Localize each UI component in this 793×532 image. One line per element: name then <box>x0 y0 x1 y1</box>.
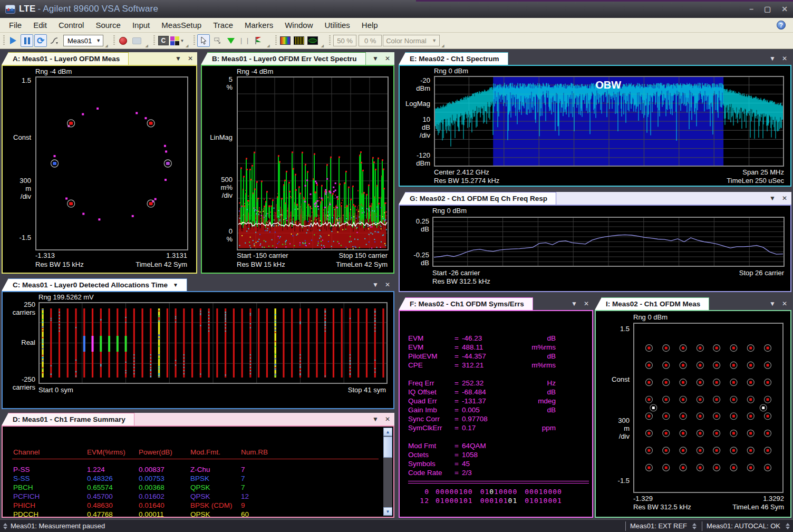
autocal-spinner-icon[interactable] <box>786 523 790 529</box>
help-icon[interactable]: ? <box>777 21 786 30</box>
panel-c-tab-caret-icon[interactable]: ▼ <box>173 282 178 288</box>
menu-item-window[interactable]: Window <box>279 18 318 32</box>
flag-marker-button[interactable] <box>252 34 265 47</box>
table-row-pcfich[interactable]: PCFICH0.457000.01602QPSK12 <box>13 492 378 500</box>
scroll-thumb[interactable] <box>383 437 392 458</box>
panel-d-collapse-button[interactable]: ▼ <box>372 416 379 422</box>
timelen-label: TimeLen 42 Sym <box>136 260 187 268</box>
panel-b-tab[interactable]: B: Meas01 - Layer0 OFDM Err Vect Spectru <box>201 52 366 65</box>
peak-search-button[interactable] <box>211 34 224 47</box>
menu-item-source[interactable]: Source <box>90 18 127 32</box>
panel-g-tab[interactable]: G: Meas02 - Ch1 OFDM Eq Ch Freq Resp <box>399 192 556 205</box>
readout-cell: 64QAM <box>462 442 515 451</box>
maximize-button[interactable]: ▢ <box>764 5 771 13</box>
table-row-p-ss[interactable]: P-SS1.2240.00837Z-Chu7 <box>13 466 378 473</box>
table-header-cell: Num.RB <box>241 448 378 456</box>
spectrum-plot[interactable]: OBW <box>434 76 784 167</box>
menu-item-utilities[interactable]: Utilities <box>319 18 356 32</box>
scroll-up-button[interactable]: ▲ <box>383 428 392 436</box>
menu-item-edit[interactable]: Edit <box>27 18 53 32</box>
panel-c-collapse-button[interactable]: ▼ <box>372 282 379 288</box>
readout-cell: mdeg <box>515 397 556 406</box>
spectrum-display-button[interactable] <box>293 34 305 47</box>
detected-allocations-plot[interactable] <box>38 302 388 384</box>
x-axis-left-value: -1.329 <box>633 495 653 502</box>
readout-cell: -46.23 <box>462 334 515 343</box>
layout-button[interactable]: ▼ <box>171 34 183 47</box>
range-label: Rng -4 dBm <box>237 67 273 75</box>
ext-ref-spinner-icon[interactable] <box>692 523 697 529</box>
menu-item-markers[interactable]: Markers <box>239 18 279 32</box>
table-cell: 60 <box>241 510 378 517</box>
panel-g-collapse-button[interactable]: ▼ <box>769 195 776 201</box>
resbw-label: Res BW 312.5 kHz <box>432 277 490 285</box>
overlap-percent-field[interactable]: 0 % <box>359 35 382 46</box>
menu-item-meassetup[interactable]: MeasSetup <box>156 18 207 32</box>
spectrogram-button[interactable] <box>279 34 292 47</box>
y-axis-bottom-label: -250 carriers <box>3 375 35 391</box>
panel-f-tab[interactable]: F: Meas02 - Ch1 OFDM Syms/Errs <box>399 297 533 310</box>
pause-button[interactable] <box>21 34 33 47</box>
table-cell: 0.48326 <box>87 475 139 482</box>
panel-d-tab[interactable]: D: Meas01 - Ch1 Frame Summary <box>2 413 134 425</box>
color-mode-select[interactable]: Color Normal▼ <box>383 35 440 46</box>
minimize-button[interactable]: – <box>749 5 753 13</box>
panel-i-collapse-button[interactable]: ▼ <box>769 301 776 307</box>
capture-button[interactable] <box>131 34 143 47</box>
scroll-down-button[interactable]: ▼ <box>383 507 392 516</box>
eye-diagram-button[interactable] <box>306 34 319 47</box>
qam64-constellation-plot[interactable] <box>633 323 784 493</box>
correction-button[interactable]: C <box>157 34 170 47</box>
record-button[interactable] <box>117 34 130 47</box>
panel-a-tab[interactable]: A: Meas01 - Layer0 OFDM Meas <box>2 52 129 65</box>
panel-b-close-button[interactable]: ✕ <box>385 55 390 62</box>
menu-item-control[interactable]: Control <box>53 18 90 32</box>
readout-row-evm: EVM=488.11m%rms <box>408 343 592 352</box>
panel-a-collapse-button[interactable]: ▼ <box>175 55 181 62</box>
y-axis-scale-label: 500 m% /div <box>202 176 233 199</box>
status-spinner-icon[interactable] <box>3 523 7 529</box>
menu-item-trace[interactable]: Trace <box>207 18 239 32</box>
table-row-pbch[interactable]: PBCH0.655740.00368QPSK7 <box>13 483 378 491</box>
panel-e-collapse-button[interactable]: ▼ <box>769 55 776 62</box>
panel-g-close-button[interactable]: ✕ <box>782 195 787 201</box>
panel-e-tab[interactable]: E: Meas02 - Ch1 Spectrum <box>399 52 508 65</box>
panel-c-close-button[interactable]: ✕ <box>385 282 390 288</box>
bit-row: 0000001000101000000010000 <box>408 488 592 497</box>
table-row-phich[interactable]: PHICH0.486300.01640BPSK (CDM)9 <box>13 501 378 509</box>
restart-button[interactable]: ⟳ <box>34 34 47 47</box>
menu-item-file[interactable]: File <box>3 18 27 32</box>
average-percent-field[interactable]: 50 % <box>333 35 356 46</box>
close-button[interactable]: ✕ <box>781 5 788 13</box>
panel-e-close-button[interactable]: ✕ <box>782 55 787 62</box>
panel-d-close-button[interactable]: ✕ <box>385 416 390 422</box>
panel-c-tab[interactable]: C: Meas01 - Layer0 Detected Allocations … <box>2 278 187 291</box>
play-button[interactable] <box>7 34 20 47</box>
readout-cell <box>515 442 556 451</box>
marker-min-button[interactable] <box>225 34 237 47</box>
measurement-select[interactable]: Meas01▼ <box>63 35 103 46</box>
band-markers-button[interactable]: ❘❘ <box>238 34 251 47</box>
constellation-plot[interactable] <box>35 76 188 250</box>
panel-i-tab[interactable]: I: Meas02 - Ch1 OFDM Meas <box>595 297 709 310</box>
trigger-icon[interactable] <box>48 34 61 47</box>
table-row-s-ss[interactable]: S-SS0.483260.00753BPSK7 <box>13 475 378 482</box>
readout-cell: Code Rate <box>408 469 454 478</box>
readout-cell: Symbols <box>408 460 454 469</box>
panel-f-close-button[interactable]: ✕ <box>584 301 589 307</box>
table-cell: 0.00753 <box>139 475 190 482</box>
panel-f-collapse-button[interactable]: ▼ <box>571 301 577 307</box>
menu-item-input[interactable]: Input <box>127 18 156 32</box>
eq-channel-freq-response-plot[interactable] <box>432 217 785 267</box>
panel-a-close-button[interactable]: ✕ <box>188 55 193 62</box>
table-cell: 7 <box>241 466 378 473</box>
y-axis-bottom-label: -1.5 <box>596 477 630 485</box>
table-scrollbar[interactable]: ▲ ▼ <box>383 428 392 516</box>
readout-row-iq-offset: IQ Offset=-68.484dB <box>408 388 592 397</box>
table-row-pdcch[interactable]: PDCCH0.477680.00011QPSK60 <box>13 510 378 517</box>
menu-item-help[interactable]: Help <box>356 18 384 32</box>
error-vector-spectrum-plot[interactable] <box>237 76 389 250</box>
panel-b-collapse-button[interactable]: ▼ <box>372 55 379 62</box>
pointer-button[interactable] <box>197 34 210 47</box>
panel-i-close-button[interactable]: ✕ <box>782 301 787 307</box>
